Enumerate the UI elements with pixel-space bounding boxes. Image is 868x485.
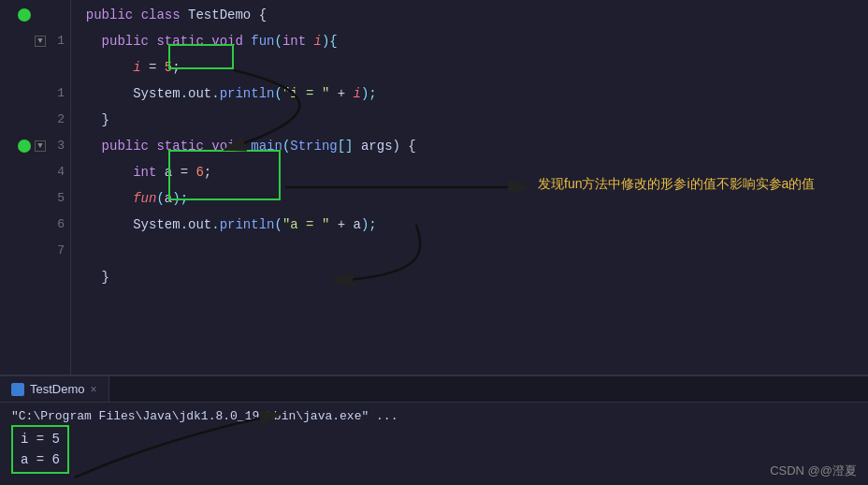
tab-icon xyxy=(11,383,24,396)
line-number-9: 7 xyxy=(48,238,65,264)
editor-area: ▼ 1 1 2 ▼ xyxy=(0,0,868,375)
breakpoint-1 xyxy=(18,35,31,48)
breakpoint-8 xyxy=(18,218,31,231)
code-line-9 xyxy=(70,238,868,264)
breakpoint-3 xyxy=(18,87,31,100)
fold-1[interactable]: ▼ xyxy=(35,36,46,47)
breakpoint-2 xyxy=(18,61,31,74)
output-line-a: a = 6 xyxy=(21,449,60,470)
line-number-5: 3 xyxy=(48,133,65,159)
breakpoint-4 xyxy=(18,113,31,126)
tab-close-button[interactable]: × xyxy=(91,383,97,396)
breakpoint-9 xyxy=(18,244,31,257)
line-number-8: 6 xyxy=(48,212,65,238)
breakpoint-0[interactable] xyxy=(18,8,31,22)
code-line-3: System . out . println ( "i = " + i ); xyxy=(70,81,868,107)
line-number-7: 5 xyxy=(48,185,65,212)
code-line-2: i = 5 ; xyxy=(70,54,868,81)
code-line-0: public class TestDemo { xyxy=(70,2,868,28)
console-path: "C:\Program Files\Java\jdk1.8.0_192\bin\… xyxy=(11,406,857,427)
annotation-text: 发现fun方法中修改的形参i的值不影响实参a的值 xyxy=(538,176,815,193)
watermark: CSDN @@澄夏 xyxy=(770,463,857,479)
breakpoint-6 xyxy=(18,166,31,179)
output-line-i: i = 5 xyxy=(21,429,60,449)
console-tab[interactable]: TestDemo × xyxy=(0,376,109,402)
code-line-1: public static void fun ( int i ){ xyxy=(70,28,868,54)
console-content: "C:\Program Files\Java\jdk1.8.0_192\bin\… xyxy=(0,403,868,431)
bottom-panel: TestDemo × "C:\Program Files\Java\jdk1.8… xyxy=(0,375,868,485)
code-line-8: System . out . println ( "a = " + a ); xyxy=(70,212,868,238)
code-lines: public class TestDemo { public static vo… xyxy=(70,0,868,375)
line-number-1: 1 xyxy=(48,28,65,54)
code-line-10: } xyxy=(70,264,868,290)
line-number-3: 1 xyxy=(48,81,65,107)
line-number-6: 4 xyxy=(48,159,65,185)
breakpoint-5[interactable] xyxy=(18,140,31,153)
fold-5[interactable]: ▼ xyxy=(35,140,46,152)
tab-label: TestDemo xyxy=(30,382,85,396)
breakpoint-10 xyxy=(18,271,31,284)
line-number-4: 2 xyxy=(48,107,65,133)
code-line-5: public static void main ( String [] args… xyxy=(70,133,868,159)
breakpoint-7 xyxy=(18,192,31,205)
code-line-4: } xyxy=(70,107,868,133)
line-gutter: ▼ 1 1 2 ▼ xyxy=(0,0,70,375)
output-box: i = 5 a = 6 xyxy=(11,425,69,474)
tab-bar: TestDemo × xyxy=(0,376,868,403)
